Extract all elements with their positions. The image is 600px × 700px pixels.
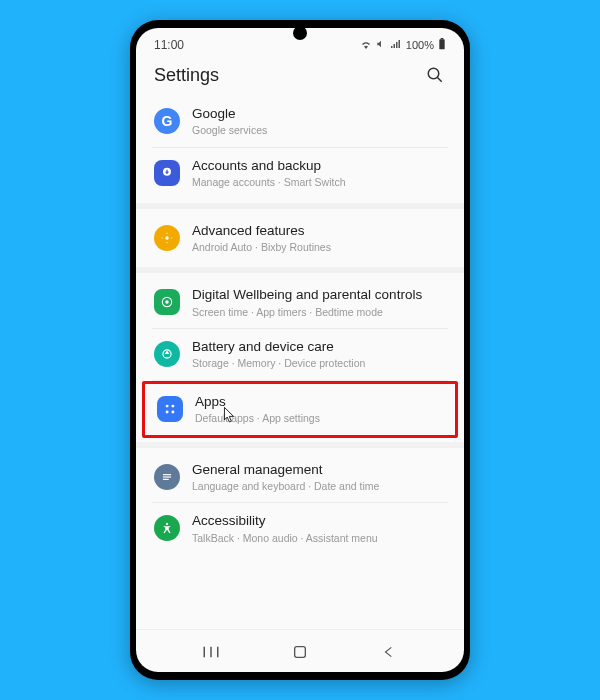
battery-care-icon: [154, 341, 180, 367]
google-icon: G: [154, 108, 180, 134]
voice-icon: [376, 39, 386, 51]
svg-point-9: [171, 405, 174, 408]
settings-row-general[interactable]: General management Language and keyboard…: [148, 452, 452, 503]
row-sub-google: Google services: [192, 124, 446, 137]
svg-rect-14: [163, 478, 169, 479]
svg-point-8: [166, 405, 169, 408]
nav-recents[interactable]: [199, 640, 223, 664]
advanced-icon: [154, 225, 180, 251]
page-title: Settings: [154, 65, 219, 86]
settings-row-accessibility[interactable]: Accessibility TalkBack · Mono audio · As…: [148, 503, 452, 554]
svg-rect-12: [163, 474, 171, 475]
svg-point-11: [171, 410, 174, 413]
svg-point-10: [166, 410, 169, 413]
nav-home[interactable]: [288, 640, 312, 664]
status-time: 11:00: [154, 38, 184, 52]
back-icon: [382, 645, 396, 659]
row-title-access: Accessibility: [192, 513, 446, 529]
settings-row-apps[interactable]: Apps Default apps · App settings: [151, 384, 449, 435]
settings-row-google[interactable]: G Google Google services: [148, 96, 452, 147]
battery-icon: [438, 38, 446, 52]
row-sub-apps: Default apps · App settings: [195, 412, 443, 425]
home-icon: [292, 644, 308, 660]
settings-row-wellbeing[interactable]: Digital Wellbeing and parental controls …: [148, 277, 452, 328]
page-header: Settings: [136, 56, 464, 96]
highlight-box: Apps Default apps · App settings: [142, 381, 458, 438]
row-title-general: General management: [192, 462, 446, 478]
nav-back[interactable]: [377, 640, 401, 664]
row-title-battery: Battery and device care: [192, 339, 446, 355]
nav-bar: [136, 629, 464, 672]
general-icon: [154, 464, 180, 490]
search-button[interactable]: [424, 64, 446, 86]
svg-rect-19: [295, 647, 306, 658]
row-sub-accounts: Manage accounts · Smart Switch: [192, 176, 446, 189]
row-sub-general: Language and keyboard · Date and time: [192, 480, 446, 493]
svg-rect-1: [441, 38, 444, 39]
row-title-wellbeing: Digital Wellbeing and parental controls: [192, 287, 446, 303]
svg-rect-0: [439, 39, 444, 49]
camera-notch: [293, 26, 307, 40]
settings-row-accounts[interactable]: Accounts and backup Manage accounts · Sm…: [148, 148, 452, 199]
svg-line-3: [437, 77, 442, 82]
phone-frame: 11:00 100% Settings: [130, 20, 470, 680]
row-title-accounts: Accounts and backup: [192, 158, 446, 174]
svg-point-2: [428, 68, 439, 79]
search-icon: [426, 66, 444, 84]
phone-screen: 11:00 100% Settings: [136, 28, 464, 672]
svg-rect-13: [163, 476, 171, 477]
svg-point-6: [165, 301, 169, 305]
svg-point-15: [166, 523, 168, 525]
svg-point-4: [165, 236, 169, 240]
battery-percent: 100%: [406, 39, 434, 51]
row-sub-advanced: Android Auto · Bixby Routines: [192, 241, 446, 254]
row-title-advanced: Advanced features: [192, 223, 446, 239]
settings-list[interactable]: G Google Google services Accounts and ba…: [136, 96, 464, 629]
accounts-icon: [154, 160, 180, 186]
wifi-icon: [360, 39, 372, 51]
accessibility-icon: [154, 515, 180, 541]
status-right: 100%: [360, 38, 446, 52]
row-title-apps: Apps: [195, 394, 443, 410]
signal-icon: [390, 39, 402, 51]
row-sub-battery: Storage · Memory · Device protection: [192, 357, 446, 370]
wellbeing-icon: [154, 289, 180, 315]
settings-row-battery[interactable]: Battery and device care Storage · Memory…: [148, 329, 452, 380]
row-title-google: Google: [192, 106, 446, 122]
row-sub-access: TalkBack · Mono audio · Assistant menu: [192, 532, 446, 545]
settings-row-advanced[interactable]: Advanced features Android Auto · Bixby R…: [148, 213, 452, 264]
apps-icon: [157, 396, 183, 422]
row-sub-wellbeing: Screen time · App timers · Bedtime mode: [192, 306, 446, 319]
recents-icon: [202, 645, 220, 659]
